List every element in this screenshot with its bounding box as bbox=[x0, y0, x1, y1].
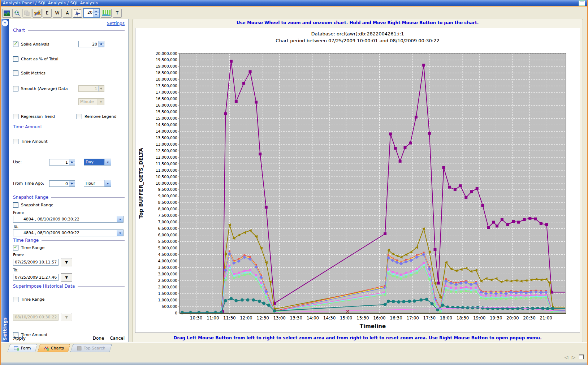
collapse-panel-button[interactable]: « bbox=[2, 20, 8, 26]
tab-charts[interactable]: Charts bbox=[37, 344, 70, 352]
svg-text:14:30: 14:30 bbox=[323, 315, 336, 321]
regression-trend-label: Regression Trend bbox=[21, 114, 55, 119]
smooth-value-spinner: 1 bbox=[78, 85, 104, 92]
svg-text:2,500,000: 2,500,000 bbox=[158, 278, 177, 283]
regression-trend-checkbox[interactable] bbox=[13, 114, 18, 119]
svg-text:19,000,000: 19,000,000 bbox=[156, 64, 177, 68]
time-range-from-row: 07/25/2009 10:11:57 ▼ bbox=[13, 258, 125, 266]
use-value-spinner[interactable]: 1 bbox=[49, 159, 75, 166]
snapshot-range-checkbox[interactable] bbox=[13, 202, 18, 208]
done-button[interactable]: Done bbox=[93, 336, 104, 341]
elapsed-letter: E bbox=[46, 10, 49, 16]
settings-side-tab[interactable]: Settings bbox=[3, 317, 8, 340]
time-range-row: Time Range bbox=[13, 245, 125, 250]
svg-text:500,000: 500,000 bbox=[162, 304, 177, 309]
tab-scroll-right-button[interactable]: ▷ bbox=[572, 355, 575, 360]
tab-list-button[interactable] bbox=[579, 355, 584, 359]
chart-panel: Use Mouse Wheel to zoom and unzoom chart… bbox=[132, 19, 583, 343]
svg-text:6,000,000: 6,000,000 bbox=[158, 233, 177, 237]
superimpose-range-checkbox[interactable] bbox=[13, 297, 18, 302]
split-metrics-label: Split Metrics bbox=[21, 71, 46, 76]
apply-button[interactable]: Apply bbox=[13, 336, 26, 341]
svg-text:12,500,000: 12,500,000 bbox=[156, 149, 177, 153]
top-activity-button[interactable] bbox=[101, 9, 112, 18]
timeline-chart-svg: 0500,0001,000,0001,500,0002,000,0002,500… bbox=[137, 48, 578, 332]
time-range-from-field[interactable]: 07/25/2009 10:11:57 bbox=[13, 259, 59, 266]
use-unit-dropdown[interactable]: Day▾ bbox=[84, 159, 111, 166]
chart-plot-area[interactable]: 0500,0001,000,0001,500,0002,000,0002,500… bbox=[137, 48, 578, 332]
tab-scroll-left-button[interactable]: ◁ bbox=[565, 355, 568, 360]
svg-text:15:30: 15:30 bbox=[356, 315, 369, 321]
chart-view-button[interactable] bbox=[2, 9, 11, 18]
svg-text:17,000,000: 17,000,000 bbox=[156, 90, 177, 94]
svg-text:7,500,000: 7,500,000 bbox=[158, 213, 177, 218]
spike-count-spinner[interactable]: 20 bbox=[83, 8, 100, 18]
snapshot-from-label: From: bbox=[13, 210, 125, 215]
time-range-checkbox[interactable] bbox=[13, 245, 18, 250]
svg-text:10:30: 10:30 bbox=[190, 315, 203, 321]
spike-analysis-label: Spike Analysis bbox=[21, 42, 76, 47]
settings-collapse-strip[interactable]: « Settings bbox=[1, 19, 9, 343]
svg-text:12,000,000: 12,000,000 bbox=[156, 155, 177, 159]
waits-metric-button[interactable]: W bbox=[53, 9, 62, 18]
spike-line-icon bbox=[74, 10, 81, 16]
snapshot-from-dropdown[interactable]: 4894 , 08/10/2009 00:30:22▾ bbox=[13, 216, 124, 223]
tab-form-label: Form bbox=[21, 346, 31, 351]
spike-analysis-checkbox[interactable] bbox=[13, 42, 18, 47]
toolbar: SQL E W A 20 T bbox=[1, 7, 587, 19]
chart-as-pct-checkbox[interactable] bbox=[13, 56, 18, 62]
svg-text:17:30: 17:30 bbox=[423, 315, 436, 321]
spike-analysis-spinner[interactable]: 20 bbox=[78, 41, 104, 47]
superimpose-range-row: Time Range bbox=[13, 297, 125, 302]
copy-chart-button bbox=[22, 9, 31, 18]
settings-link[interactable]: Settings bbox=[107, 21, 125, 26]
smooth-data-checkbox[interactable] bbox=[13, 86, 18, 91]
chart-top-hint: Use Mouse Wheel to zoom and unzoom chart… bbox=[133, 19, 583, 26]
elapsed-metric-button[interactable]: E bbox=[43, 9, 52, 18]
svg-text:18:30: 18:30 bbox=[457, 315, 469, 321]
from-time-ago-unit-dropdown[interactable]: Hour▾ bbox=[84, 180, 111, 187]
svg-text:14:00: 14:00 bbox=[307, 315, 319, 321]
superimpose-range-label: Time Range bbox=[21, 297, 44, 302]
snapshot-range-row: Snapshot Range bbox=[13, 202, 125, 208]
from-time-ago-spinner[interactable]: 0 bbox=[49, 180, 75, 187]
average-metric-button[interactable]: A bbox=[63, 9, 72, 18]
spike-analysis-toggle-button[interactable] bbox=[73, 9, 82, 18]
chart-subtitle: Chart period between 07/25/2009 10:00:01… bbox=[135, 38, 580, 43]
superimpose-date-picker-button: ▼ bbox=[61, 313, 72, 321]
zoom-reset-button[interactable] bbox=[12, 9, 21, 18]
time-amount-checkbox[interactable] bbox=[13, 139, 18, 144]
svg-text:1,500,000: 1,500,000 bbox=[158, 291, 177, 296]
tab-top-search-label: Top Search bbox=[84, 346, 105, 351]
copy-icon bbox=[24, 10, 30, 16]
svg-text:10,000,000: 10,000,000 bbox=[156, 181, 177, 185]
area-chart-icon bbox=[4, 10, 10, 16]
regression-legend-row: Regression Trend Remove Legend bbox=[13, 114, 125, 119]
spike-count-value[interactable]: 20 bbox=[84, 9, 93, 17]
svg-text:13,500,000: 13,500,000 bbox=[156, 136, 177, 140]
svg-text:19:30: 19:30 bbox=[490, 315, 502, 321]
remove-legend-checkbox[interactable] bbox=[77, 114, 82, 119]
restore-window-button[interactable] bbox=[579, 0, 585, 6]
use-row: Use: 1 Day▾ bbox=[13, 159, 125, 166]
split-metrics-checkbox[interactable] bbox=[13, 70, 18, 76]
text-view-button[interactable]: T bbox=[113, 9, 122, 18]
cancel-button[interactable]: Cancel bbox=[110, 336, 125, 341]
svg-text:13,000,000: 13,000,000 bbox=[156, 142, 177, 146]
time-range-from-picker-button[interactable]: ▼ bbox=[61, 258, 72, 266]
svg-text:18:00: 18:00 bbox=[440, 315, 453, 321]
svg-text:12:00: 12:00 bbox=[240, 315, 252, 321]
svg-text:3,500,000: 3,500,000 bbox=[158, 265, 177, 270]
snapshot-to-dropdown[interactable]: 4894 , 08/10/2009 00:30:22▾ bbox=[13, 229, 124, 236]
svg-text:10,500,000: 10,500,000 bbox=[156, 175, 177, 179]
chart-as-pct-label: Chart as % of Total bbox=[21, 57, 58, 61]
window-bottom-edge bbox=[1, 362, 587, 365]
titlebar: Analysis Panel / SQL Analysis / SQL Anal… bbox=[1, 0, 587, 6]
time-range-to-picker-button[interactable]: ▼ bbox=[61, 273, 72, 282]
tab-charts-label: Charts bbox=[51, 346, 64, 351]
sql-editor-button[interactable]: SQL bbox=[33, 9, 42, 18]
svg-text:16:00: 16:00 bbox=[373, 315, 386, 321]
time-range-to-field[interactable]: 07/25/2009 21:27:46 bbox=[13, 274, 59, 281]
section-time-range: Time Range bbox=[13, 238, 125, 243]
tab-form[interactable]: Form bbox=[7, 344, 38, 352]
